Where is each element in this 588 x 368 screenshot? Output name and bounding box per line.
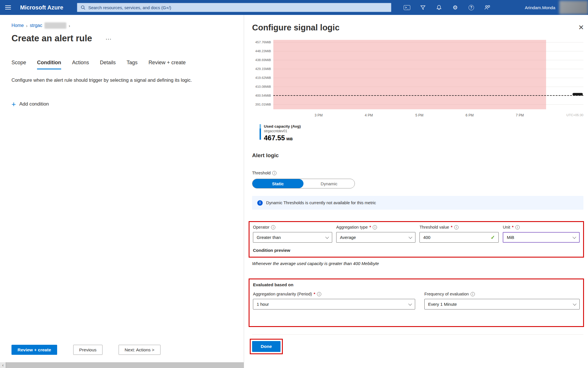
done-button[interactable]: Done: [252, 341, 281, 352]
feedback-button[interactable]: [479, 0, 495, 15]
done-annotation-box: Done: [250, 339, 283, 354]
bell-icon: [436, 5, 442, 10]
hamburger-bars: [5, 4, 11, 11]
unit-dropdown[interactable]: MiB: [503, 232, 580, 243]
operator-value: Greater than: [257, 235, 281, 240]
threshold-value-input[interactable]: [423, 235, 491, 240]
aggregation-type-label: Aggregation type: [336, 225, 368, 229]
threshold-dashed-line: [273, 95, 583, 96]
threshold-value-input-wrap: ✓: [419, 232, 499, 243]
global-search[interactable]: [77, 3, 391, 12]
tab-details[interactable]: Details: [100, 60, 116, 69]
info-banner: i Dynamic Thresholds is currently not av…: [252, 196, 583, 210]
create-alert-rule-page: Home › strgac › Create an alert rule … S…: [0, 15, 244, 368]
azure-portal: Microsoft Azure >_: [0, 0, 588, 368]
chevron-down-icon: [408, 302, 412, 306]
hamburger-menu-icon[interactable]: [0, 0, 16, 15]
y-tick: 457.76MiB: [255, 40, 271, 44]
required-marker: *: [451, 225, 452, 229]
breadcrumb-resource-link[interactable]: strgac: [30, 23, 42, 28]
top-bar: Microsoft Azure >_: [0, 0, 588, 15]
info-icon[interactable]: i: [271, 225, 275, 229]
configure-signal-logic-panel: Configure signal logic ✕ 457.76MiB 448.2…: [244, 15, 588, 368]
legend-unit: MiB: [286, 137, 293, 141]
tab-tags[interactable]: Tags: [127, 60, 138, 69]
more-options-icon[interactable]: …: [105, 34, 112, 41]
info-banner-text: Dynamic Thresholds is currently not avai…: [266, 200, 376, 205]
aggregation-type-dropdown[interactable]: Average: [336, 232, 415, 243]
main-area: Home › strgac › Create an alert rule … S…: [0, 15, 588, 368]
breadcrumb-home-link[interactable]: Home: [11, 23, 24, 28]
chevron-down-icon: [325, 235, 329, 239]
help-button[interactable]: ?: [463, 0, 479, 15]
y-tick: 438.69MiB: [255, 58, 271, 62]
next-actions-button[interactable]: Next: Actions >: [119, 345, 160, 355]
info-icon[interactable]: i: [454, 225, 459, 229]
tab-condition[interactable]: Condition: [37, 60, 61, 69]
cloud-shell-button[interactable]: >_: [399, 0, 415, 15]
threshold-dynamic-option[interactable]: Dynamic: [303, 179, 355, 188]
avatar[interactable]: [559, 1, 588, 14]
search-input[interactable]: [88, 5, 388, 10]
scroll-left-icon[interactable]: ‹: [0, 362, 6, 368]
chevron-down-icon: [573, 302, 577, 306]
panel-title: Configure signal logic: [252, 23, 583, 32]
aggregation-granularity-dropdown[interactable]: 1 hour: [253, 299, 415, 309]
info-icon[interactable]: i: [471, 292, 475, 296]
condition-fields-annotation-box: Operator i Greater than Aggregation type…: [249, 221, 584, 258]
plus-icon: +: [11, 101, 16, 107]
unit-label: Unit: [503, 225, 510, 229]
frequency-of-evaluation-dropdown[interactable]: Every 1 Minute: [424, 299, 580, 309]
chevron-down-icon: [572, 235, 576, 239]
y-tick: 429.15MiB: [255, 67, 271, 71]
legend-series-name: Used capacity (Avg): [264, 124, 301, 128]
tab-scope[interactable]: Scope: [11, 60, 26, 69]
info-icon[interactable]: i: [515, 225, 520, 229]
directory-filter-button[interactable]: [415, 0, 431, 15]
info-icon[interactable]: i: [272, 171, 276, 175]
breadcrumb: Home › strgac ›: [11, 22, 244, 29]
evaluated-based-on-heading: Evaluated based on: [253, 282, 580, 287]
tab-review-create[interactable]: Review + create: [148, 60, 186, 69]
page-description: Configure when the alert rule should tri…: [11, 77, 244, 83]
question-icon: ?: [469, 5, 474, 10]
filter-icon: [420, 5, 426, 10]
gear-icon: ⚙: [452, 5, 458, 10]
add-condition-label: Add condition: [19, 101, 49, 107]
tab-actions[interactable]: Actions: [72, 60, 89, 69]
y-tick: 391.01MiB: [255, 102, 271, 107]
account-area[interactable]: Arindam.Monda: [525, 1, 588, 14]
unit-value: MiB: [507, 235, 514, 240]
previous-button[interactable]: Previous: [73, 345, 102, 355]
close-icon[interactable]: ✕: [578, 24, 584, 31]
redacted-resource-name: [45, 22, 66, 29]
horizontal-scrollbar[interactable]: ‹: [0, 362, 244, 368]
threshold-violation-region: [273, 40, 546, 109]
legend-resource-name: strgaccntdev01: [264, 129, 301, 133]
panel-footer: Done: [252, 334, 583, 354]
operator-field: Operator i Greater than: [253, 225, 332, 243]
info-icon[interactable]: i: [373, 225, 377, 229]
operator-dropdown[interactable]: Greater than: [253, 232, 332, 243]
info-icon[interactable]: i: [317, 292, 321, 296]
wizard-tabs: Scope Condition Actions Details Tags Rev…: [11, 60, 244, 69]
user-name: Arindam.Monda: [525, 5, 555, 10]
review-create-button[interactable]: Review + create: [11, 345, 57, 355]
notifications-button[interactable]: [431, 0, 447, 15]
threshold-static-option[interactable]: Static: [252, 179, 303, 188]
alert-logic-heading: Alert logic: [252, 152, 583, 159]
settings-button[interactable]: ⚙: [447, 0, 463, 15]
add-condition-button[interactable]: + Add condition: [11, 101, 49, 107]
brand-title[interactable]: Microsoft Azure: [20, 4, 63, 11]
terminal-icon: >_: [404, 5, 410, 10]
aggregation-type-value: Average: [340, 235, 356, 240]
x-tick: 7 PM: [516, 113, 524, 117]
operator-label: Operator: [253, 225, 269, 229]
unit-field: Unit * i MiB: [503, 225, 580, 243]
x-tick: 6 PM: [466, 113, 474, 117]
evaluation-annotation-box: Evaluated based on Aggregation granulari…: [249, 279, 584, 327]
feedback-icon: [484, 5, 490, 10]
page-title: Create an alert rule: [11, 33, 92, 44]
frequency-of-evaluation-value: Every 1 Minute: [428, 302, 457, 307]
required-marker: *: [314, 292, 316, 296]
